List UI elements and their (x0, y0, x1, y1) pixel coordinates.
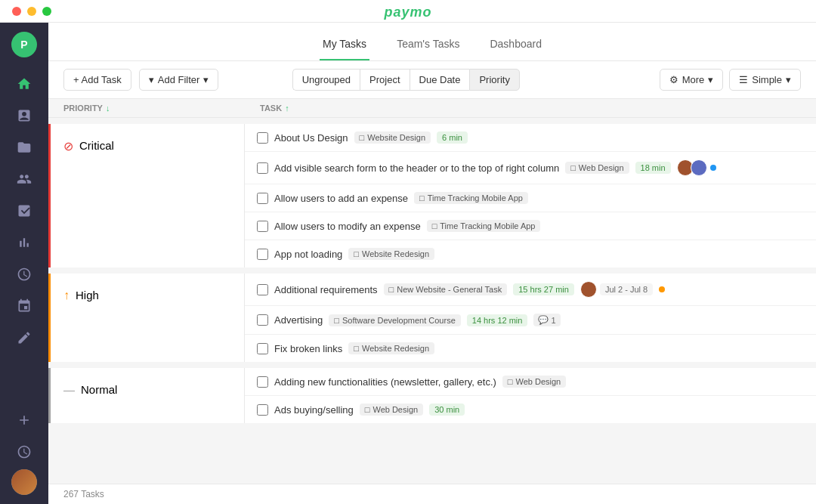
sidebar-item-edit[interactable] (10, 323, 39, 352)
sidebar-item-tasks[interactable] (10, 196, 39, 225)
task-checkbox[interactable] (257, 404, 268, 416)
table-row: Fix broken links □ Website Redesign (245, 335, 816, 362)
traffic-light-green[interactable] (42, 7, 51, 16)
task-name: Adding new functionalities (newsletter, … (274, 376, 496, 388)
sidebar-item-projects[interactable] (10, 133, 39, 162)
tab-dashboard[interactable]: Dashboard (487, 32, 545, 60)
dot-indicator (710, 165, 716, 171)
tag-icon: □ (508, 377, 513, 386)
tag-icon: □ (360, 133, 365, 142)
sidebar: P (0, 23, 48, 504)
group-buttons: Ungrouped Project Due Date Priority (292, 69, 520, 91)
simple-button[interactable]: ☰ Simple ▾ (729, 69, 801, 91)
task-checkbox[interactable] (257, 376, 268, 388)
sidebar-item-home[interactable] (10, 70, 39, 98)
task-checkbox[interactable] (257, 132, 268, 144)
task-name: Add visible search form to the header or… (274, 162, 559, 174)
btn-priority[interactable]: Priority (469, 69, 519, 91)
btn-ungrouped[interactable]: Ungrouped (292, 69, 360, 91)
th-task: TASK ↑ (260, 104, 801, 113)
dot-indicator (659, 286, 665, 292)
priority-label-high: ↑ High (48, 274, 245, 362)
sidebar-brand-avatar: P (11, 32, 37, 57)
critical-icon: ⊘ (63, 139, 73, 153)
table-row: About Us Design □ Website Design 6 min (245, 124, 816, 152)
tab-teams-tasks[interactable]: Team's Tasks (394, 32, 462, 60)
table-row: Allow users to add an expense □ Time Tra… (245, 184, 816, 212)
chevron-down-icon: ▾ (203, 74, 209, 85)
tag-icon: □ (570, 163, 576, 172)
more-button[interactable]: ⚙ More ▾ (660, 69, 724, 91)
table-row: Additional requirements □ New Website - … (245, 274, 816, 306)
task-checkbox[interactable] (257, 193, 268, 204)
table-header: PRIORITY ↓ TASK ↑ (48, 99, 816, 118)
task-name: Ads buying/selling (274, 404, 354, 416)
time-badge: 18 min (635, 162, 671, 174)
btn-due-date[interactable]: Due Date (410, 69, 470, 91)
normal-icon: — (63, 383, 75, 396)
high-tasks: Additional requirements □ New Website - … (245, 274, 816, 362)
sort-icon-priority: ↓ (106, 104, 110, 113)
tag-icon: □ (432, 221, 437, 230)
task-name: Allow users to add an expense (274, 193, 408, 204)
sidebar-item-add[interactable] (10, 406, 39, 434)
time-badge: 15 hrs 27 min (513, 283, 574, 295)
task-checkbox[interactable] (257, 343, 268, 354)
task-checkbox[interactable] (257, 314, 268, 326)
tasks-count: 267 Tasks (63, 489, 104, 499)
tag-icon: □ (354, 249, 359, 258)
time-badge: 30 min (429, 404, 465, 416)
avatar (691, 159, 707, 176)
traffic-light-yellow[interactable] (27, 7, 36, 16)
sidebar-item-calendar[interactable] (10, 292, 39, 320)
task-tag: □ Website Redesign (348, 248, 434, 260)
time-badge: 14 hrs 12 min (467, 314, 528, 326)
nav-tabs: My Tasks Team's Tasks Dashboard (48, 23, 816, 61)
task-name: Additional requirements (274, 284, 378, 295)
chevron-down-icon-more: ▾ (708, 74, 713, 85)
task-name: Allow users to modify an expense (274, 221, 421, 232)
priority-group-high: ↑ High Additional requirements □ New Web… (48, 274, 816, 362)
tag-icon: □ (365, 405, 370, 414)
tag-icon: □ (389, 285, 394, 294)
app-logo: paymo (384, 5, 431, 20)
add-filter-button[interactable]: ▾ Add Filter ▾ (139, 69, 219, 91)
user-avatar[interactable] (11, 469, 37, 495)
tag-icon: □ (354, 344, 359, 353)
normal-tasks: Adding new functionalities (newsletter, … (245, 368, 816, 423)
task-name: About Us Design (274, 132, 348, 144)
tag-icon: □ (419, 193, 425, 203)
sidebar-item-reports[interactable] (10, 101, 39, 130)
task-tag: □ Web Design (565, 162, 629, 174)
tab-my-tasks[interactable]: My Tasks (320, 32, 369, 60)
high-label: High (76, 289, 99, 301)
filter-icon: ▾ (149, 74, 154, 85)
avatar (580, 281, 597, 298)
task-tag: □ New Website - General Task (384, 283, 508, 295)
sidebar-item-clients[interactable] (10, 165, 39, 193)
task-tag: □ Web Design (360, 404, 423, 416)
traffic-light-red[interactable] (12, 7, 21, 16)
sidebar-item-time[interactable] (10, 260, 39, 289)
toolbar-right: ⚙ More ▾ ☰ Simple ▾ (660, 69, 801, 91)
btn-project[interactable]: Project (360, 69, 409, 91)
date-badge: Jul 2 - Jul 8 (600, 283, 653, 295)
add-task-button[interactable]: + Add Task (63, 69, 131, 91)
table-row: Adding new functionalities (newsletter, … (245, 368, 816, 396)
avatar-group (677, 159, 704, 176)
sort-icon-task: ↑ (285, 104, 289, 113)
task-tag: □ Website Design (354, 131, 431, 144)
task-checkbox[interactable] (257, 162, 268, 174)
critical-label: Critical (79, 139, 114, 152)
sidebar-bottom (10, 406, 39, 495)
high-icon: ↑ (63, 289, 70, 302)
task-checkbox[interactable] (257, 221, 268, 232)
sidebar-item-analytics[interactable] (10, 228, 39, 257)
normal-label: Normal (81, 383, 117, 396)
task-checkbox[interactable] (257, 249, 268, 260)
sidebar-item-clock-bottom[interactable] (10, 438, 39, 466)
task-checkbox[interactable] (257, 284, 268, 295)
table-row: App not loading □ Website Redesign (245, 240, 816, 267)
table-row: Allow users to modify an expense □ Time … (245, 212, 816, 240)
tag-icon: □ (334, 316, 339, 325)
